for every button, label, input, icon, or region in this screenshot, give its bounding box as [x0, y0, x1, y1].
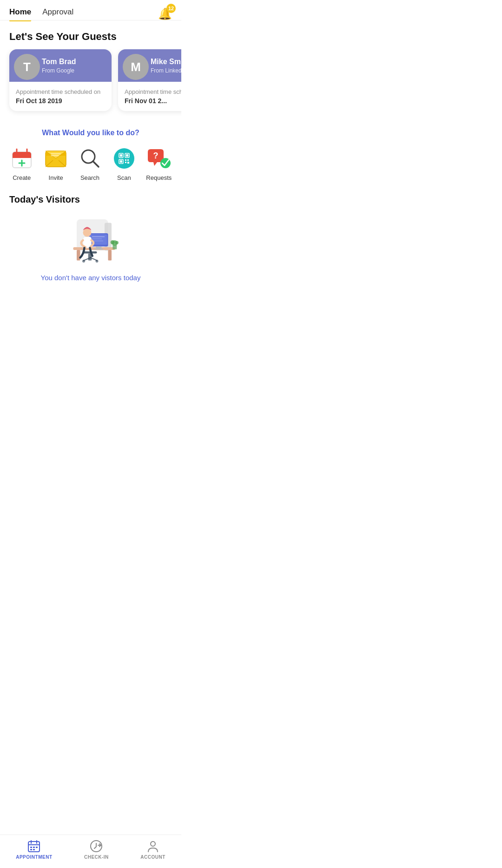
svg-rect-2 — [13, 155, 31, 158]
appt-date-0: Fri Oct 18 2019 — [16, 97, 105, 105]
invite-icon-wrap — [44, 146, 68, 171]
tab-approval[interactable]: Approval — [42, 7, 73, 20]
visitors-illustration — [53, 212, 128, 268]
action-search[interactable]: Search — [78, 146, 102, 181]
guest-card-1[interactable]: M Mike Smith From LinkedIn Appointment t… — [118, 49, 181, 111]
invite-icon — [45, 149, 67, 168]
svg-line-16 — [93, 161, 99, 167]
svg-rect-23 — [125, 159, 126, 161]
guest-source-0: From Google — [42, 67, 105, 74]
svg-rect-25 — [125, 162, 126, 163]
requests-icon: ? — [147, 148, 171, 169]
invite-label: Invite — [49, 174, 63, 181]
guest-source-1: From LinkedIn — [151, 67, 181, 74]
top-nav: Home Approval 🔔 12 — [0, 0, 181, 20]
search-icon-wrap — [78, 146, 102, 171]
nav-divider — [0, 20, 181, 20]
action-create[interactable]: Create — [10, 146, 34, 181]
guest-card-0[interactable]: T Tom Brad From Google Appointment time … — [9, 49, 112, 111]
guest-card-body-1: Appointment time scheduled on Fri Nov 01… — [118, 82, 181, 111]
svg-rect-36 — [96, 247, 101, 249]
svg-rect-26 — [127, 162, 129, 164]
svg-point-52 — [115, 241, 119, 245]
svg-point-46 — [96, 260, 99, 263]
svg-rect-20 — [126, 154, 128, 157]
create-label: Create — [13, 174, 31, 181]
svg-rect-33 — [108, 250, 112, 261]
svg-point-45 — [82, 260, 85, 263]
scan-label: Scan — [117, 174, 131, 181]
guest-name-0: Tom Brad — [42, 58, 105, 66]
svg-point-47 — [83, 229, 92, 237]
guest-card-header-0: T Tom Brad From Google — [9, 49, 112, 82]
svg-text:?: ? — [153, 151, 158, 160]
guest-card-header-1: M Mike Smith From LinkedIn — [118, 49, 181, 82]
visitors-empty-text: You don't have any vistors today — [41, 274, 141, 282]
svg-rect-24 — [127, 159, 129, 161]
action-prompt: What Would you like to do? — [9, 129, 172, 137]
guests-section-title: Let's See Your Guests — [9, 31, 172, 43]
action-scan[interactable]: Scan — [112, 146, 136, 181]
tab-home[interactable]: Home — [9, 7, 31, 20]
guest-avatar-1: M — [123, 54, 149, 80]
notification-bell[interactable]: 🔔 12 — [158, 7, 172, 20]
requests-label: Requests — [146, 174, 172, 181]
svg-rect-18 — [120, 154, 122, 157]
appt-label-0: Appointment time scheduled on — [16, 88, 105, 95]
guest-card-body-0: Appointment time scheduled on Fri Oct 18… — [9, 82, 112, 111]
create-icon-wrap — [10, 146, 34, 171]
visitors-section-title: Today's Visitors — [9, 194, 172, 205]
requests-icon-wrap: ? — [147, 146, 171, 171]
guest-name-1: Mike Smith — [151, 58, 181, 66]
actions-grid: Create Invite — [0, 146, 181, 181]
guest-avatar-0: T — [14, 54, 40, 80]
search-label: Search — [80, 174, 99, 181]
action-invite[interactable]: Invite — [44, 146, 68, 181]
visitors-empty-state: You don't have any vistors today — [0, 212, 181, 291]
scan-icon — [114, 148, 134, 169]
svg-rect-32 — [77, 250, 80, 261]
action-requests[interactable]: ? Requests — [146, 146, 172, 181]
guest-cards-scroll: T Tom Brad From Google Appointment time … — [0, 49, 181, 116]
svg-point-51 — [111, 240, 115, 244]
appt-date-1: Fri Nov 01 2... — [125, 97, 181, 105]
notification-badge: 12 — [166, 4, 176, 13]
search-icon — [80, 148, 100, 169]
svg-rect-37 — [94, 249, 104, 250]
scan-icon-wrap — [112, 146, 136, 171]
appt-label-1: Appointment time scheduled on — [125, 88, 181, 95]
create-icon — [12, 148, 32, 169]
svg-rect-31 — [73, 247, 115, 250]
svg-rect-22 — [120, 160, 122, 163]
